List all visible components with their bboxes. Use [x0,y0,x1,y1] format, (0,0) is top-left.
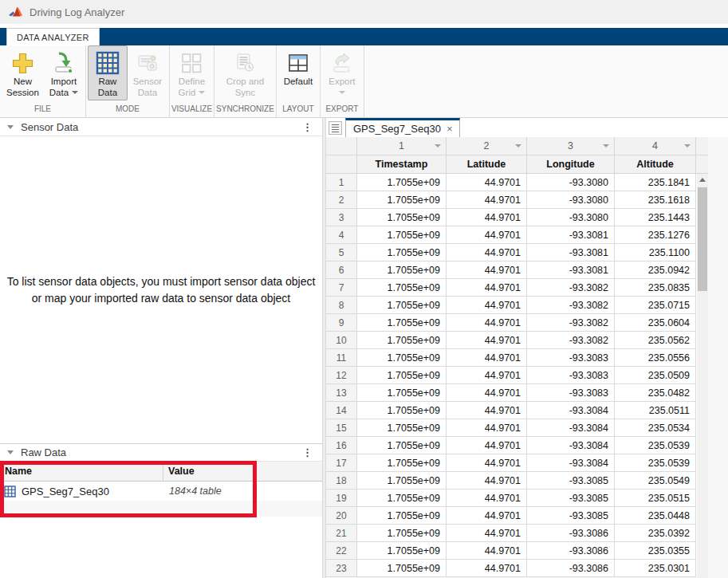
row-number[interactable]: 9 [326,314,357,332]
table-cell[interactable]: 235.0539 [615,454,696,472]
table-cell[interactable]: 1.7055e+09 [357,560,447,577]
crop-and-sync-button[interactable]: Crop and Sync [222,45,269,100]
table-cell[interactable]: 235.0392 [615,525,696,542]
column-menu-icon[interactable] [515,144,521,147]
row-number[interactable]: 23 [326,560,357,577]
table-cell[interactable]: 44.9701 [447,244,527,261]
table-cell[interactable]: 235.0562 [615,332,696,349]
column-number-header[interactable]: 1 [357,137,447,155]
table-cell[interactable]: 44.9701 [447,191,527,209]
row-number[interactable]: 6 [326,261,357,279]
collapse-icon[interactable] [7,450,14,454]
table-cell[interactable]: 1.7055e+09 [357,490,447,507]
table-cell[interactable]: -93.3085 [527,507,615,525]
raw-data-row[interactable]: GPS_Seg7_Seq30 184×4 table [0,482,322,501]
table-cell[interactable]: 44.9701 [447,472,527,490]
table-cell[interactable]: -93.3084 [527,419,615,437]
table-cell[interactable]: 235.0482 [615,384,696,402]
column-name-header[interactable]: Timestamp [357,155,447,174]
table-cell[interactable]: -93.3082 [527,279,615,297]
row-number[interactable]: 13 [326,384,357,402]
table-cell[interactable]: 235.0539 [615,437,696,454]
table-cell[interactable]: -93.3082 [527,314,615,332]
kebab-menu-icon[interactable]: ⋮ [300,122,315,132]
document-tab-gps[interactable]: GPS_Seg7_Seq30 × [345,118,460,137]
column-name-header[interactable]: Longitude [527,155,615,174]
table-cell[interactable]: 235.0448 [615,507,696,525]
column-number-header[interactable]: 4 [615,137,696,155]
table-cell[interactable]: 235.0511 [615,402,696,419]
row-number[interactable]: 18 [326,472,357,490]
row-number[interactable]: 5 [326,244,357,261]
row-number[interactable]: 16 [326,437,357,454]
table-cell[interactable]: 44.9701 [447,542,527,560]
row-number[interactable]: 17 [326,454,357,472]
table-cell[interactable]: 1.7055e+09 [357,384,447,402]
new-session-button[interactable]: New Session [2,45,44,100]
row-number[interactable]: 22 [326,542,357,560]
table-cell[interactable]: 235.0556 [615,349,696,367]
table-cell[interactable]: -93.3084 [527,454,615,472]
table-cell[interactable]: 44.9701 [447,332,527,349]
table-cell[interactable]: 44.9701 [447,402,527,419]
scroll-up-icon[interactable] [697,174,708,186]
scrollbar-thumb[interactable] [698,187,707,291]
row-number[interactable]: 4 [326,226,357,244]
tab-data-analyzer[interactable]: DATA ANALYZER [6,28,100,45]
row-number[interactable]: 10 [326,332,357,349]
row-number[interactable]: 21 [326,525,357,542]
collapse-icon[interactable] [7,125,14,129]
table-cell[interactable]: 235.0301 [615,560,696,577]
table-cell[interactable]: 235.0604 [615,314,696,332]
table-cell[interactable]: 1.7055e+09 [357,419,447,437]
row-number[interactable]: 14 [326,402,357,419]
table-cell[interactable]: 44.9701 [447,525,527,542]
row-number[interactable]: 7 [326,279,357,297]
kebab-menu-icon[interactable]: ⋮ [300,447,315,458]
table-cell[interactable]: 1.7055e+09 [357,507,447,525]
table-cell[interactable]: 235.1443 [615,209,696,226]
row-number[interactable]: 3 [326,209,357,226]
table-cell[interactable]: 235.0549 [615,472,696,490]
table-cell[interactable]: -93.3080 [527,191,615,209]
table-cell[interactable]: 44.9701 [447,209,527,226]
import-data-button[interactable]: Import Data [44,45,84,100]
table-cell[interactable]: 235.0942 [615,261,696,279]
column-menu-icon[interactable] [684,144,691,147]
row-number[interactable]: 2 [326,191,357,209]
table-cell[interactable]: 44.9701 [447,314,527,332]
table-cell[interactable]: 44.9701 [447,226,527,244]
column-menu-icon[interactable] [435,144,441,147]
table-cell[interactable]: 44.9701 [447,437,527,454]
table-cell[interactable]: 235.1618 [615,191,696,209]
row-number[interactable]: 1 [326,174,357,191]
row-number[interactable]: 19 [326,490,357,507]
row-number[interactable]: 11 [326,349,357,367]
table-cell[interactable]: 235.1100 [615,244,696,261]
export-button[interactable]: Export [322,45,362,100]
table-cell[interactable]: -93.3083 [527,384,615,402]
table-cell[interactable]: -93.3082 [527,332,615,349]
table-cell[interactable]: 235.0355 [615,542,696,560]
row-number[interactable]: 20 [326,507,357,525]
table-cell[interactable]: -93.3084 [527,402,615,419]
table-cell[interactable]: 44.9701 [447,297,527,314]
table-cell[interactable]: -93.3081 [527,261,615,279]
table-cell[interactable]: 44.9701 [447,349,527,367]
table-cell[interactable]: 1.7055e+09 [357,472,447,490]
table-cell[interactable]: 1.7055e+09 [357,209,447,226]
table-cell[interactable]: -93.3081 [527,244,615,261]
table-cell[interactable]: 1.7055e+09 [357,261,447,279]
table-cell[interactable]: 235.1276 [615,226,696,244]
table-cell[interactable]: -93.3086 [527,542,615,560]
table-cell[interactable]: 1.7055e+09 [357,244,447,261]
table-cell[interactable]: 1.7055e+09 [357,525,447,542]
table-cell[interactable]: -93.3085 [527,490,615,507]
table-cell[interactable]: -93.3080 [527,209,615,226]
table-cell[interactable]: 1.7055e+09 [357,297,447,314]
table-cell[interactable]: 44.9701 [447,560,527,577]
column-name-header[interactable]: Latitude [447,155,527,174]
table-cell[interactable]: 235.0515 [615,490,696,507]
table-cell[interactable]: 44.9701 [447,454,527,472]
table-cell[interactable]: -93.3084 [527,437,615,454]
